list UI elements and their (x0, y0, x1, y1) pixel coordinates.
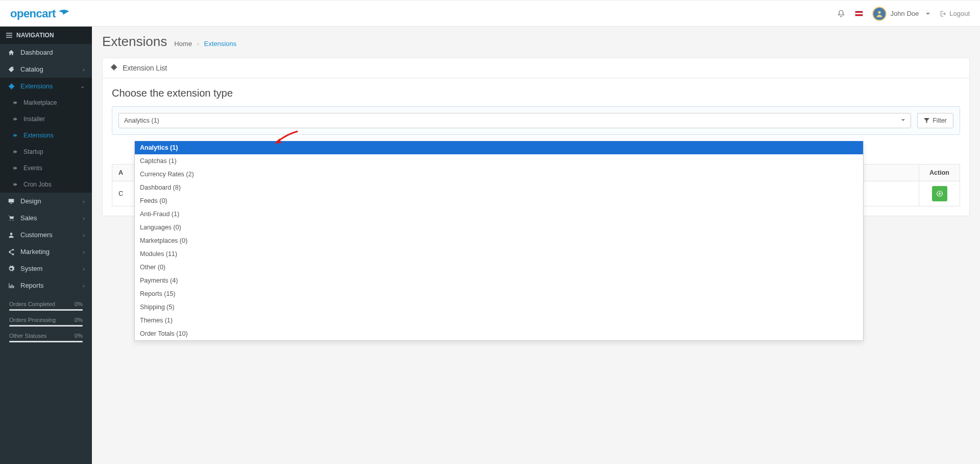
double-chevron-icon (12, 100, 18, 105)
filter-button[interactable]: Filter (917, 113, 953, 128)
sidebar-item-catalog[interactable]: Catalog› (0, 61, 92, 78)
sidebar-sub-installer[interactable]: Installer (0, 111, 92, 127)
sidebar-sub-cron-jobs[interactable]: Cron Jobs (0, 176, 92, 193)
crumb-home[interactable]: Home (174, 40, 192, 48)
chevron-right-icon: › (83, 198, 85, 204)
double-chevron-icon (12, 149, 18, 154)
stat-row: Orders Completed0% (9, 301, 83, 307)
chevron-right-icon: › (83, 232, 85, 238)
caret-down-icon (923, 10, 930, 17)
sidebar-item-extensions[interactable]: Extensions⌄ (0, 78, 92, 95)
chevron-right-icon: › (83, 215, 85, 221)
stat-bar (9, 309, 83, 311)
sidebar-item-sales[interactable]: Sales› (0, 210, 92, 226)
monitor-icon (7, 198, 15, 205)
sidebar-sub-events[interactable]: Events (0, 160, 92, 176)
option-anti-fraud-1-[interactable]: Anti-Fraud (1) (135, 207, 863, 221)
extension-type-select[interactable] (118, 113, 911, 128)
crumb-extensions[interactable]: Extensions (204, 40, 236, 48)
sidebar: NAVIGATION DashboardCatalog›Extensions⌄M… (0, 27, 92, 464)
chevron-right-icon: › (83, 66, 85, 73)
username: John Doe (891, 10, 919, 17)
stat-row: Orders Processing0% (9, 317, 83, 323)
sidebar-sub-marketplace[interactable]: Marketplace (0, 95, 92, 111)
main-content: Extensions Home › Extensions Extension L… (92, 27, 980, 464)
stat-bar (9, 341, 83, 342)
sidebar-item-design[interactable]: Design› (0, 193, 92, 210)
logout-link[interactable]: Logout (939, 10, 970, 17)
header-bar: opencart John Doe Logout (0, 1, 980, 27)
nav-title: NAVIGATION (0, 27, 92, 44)
logo-arrow-icon (58, 8, 71, 19)
double-chevron-icon (12, 182, 18, 187)
share-icon (7, 248, 15, 256)
option-marketplaces-0-[interactable]: Marketplaces (0) (135, 234, 863, 247)
option-order-totals-10-[interactable]: Order Totals (10) (135, 327, 863, 340)
cart-icon (7, 215, 15, 222)
breadcrumb: Home › Extensions (174, 40, 236, 48)
chevron-right-icon: › (83, 249, 85, 255)
sidebar-item-marketing[interactable]: Marketing› (0, 243, 92, 260)
puzzle-icon (7, 83, 15, 90)
sidebar-item-dashboard[interactable]: Dashboard (0, 44, 92, 61)
chevron-right-icon: › (83, 266, 85, 272)
chart-icon (7, 282, 15, 289)
option-other-0-[interactable]: Other (0) (135, 261, 863, 274)
option-analytics-1-[interactable]: Analytics (1) (135, 141, 863, 154)
logout-label: Logout (949, 10, 970, 17)
th-action: Action (919, 165, 960, 181)
bell-icon[interactable] (836, 9, 846, 18)
sidebar-sub-startup[interactable]: Startup (0, 144, 92, 160)
sidebar-item-customers[interactable]: Customers› (0, 226, 92, 243)
stat-row: Other Statuses0% (9, 333, 83, 339)
locale-flag-icon[interactable] (855, 11, 863, 16)
dash-icon (7, 49, 15, 56)
option-themes-1-[interactable]: Themes (1) (135, 314, 863, 327)
panel-heading: Extension List (103, 58, 969, 78)
panel-title-text: Extension List (123, 64, 167, 72)
page-title: Extensions (102, 34, 167, 50)
option-languages-0-[interactable]: Languages (0) (135, 221, 863, 234)
user-icon (7, 231, 15, 239)
option-payments-4-[interactable]: Payments (4) (135, 274, 863, 287)
svg-point-0 (878, 11, 880, 13)
sidebar-sub-extensions[interactable]: Extensions (0, 127, 92, 144)
chevron-right-icon: › (83, 283, 85, 289)
choose-type-title: Choose the extension type (112, 87, 960, 99)
user-menu[interactable]: John Doe (872, 7, 930, 21)
sidebar-item-reports[interactable]: Reports› (0, 277, 92, 294)
panel-extension-list: Extension List Choose the extension type… (102, 58, 970, 216)
option-currency-rates-2-[interactable]: Currency Rates (2) (135, 168, 863, 181)
option-captchas-1-[interactable]: Captchas (1) (135, 154, 863, 168)
logo[interactable]: opencart (10, 7, 71, 20)
logo-text: opencart (10, 7, 56, 20)
tag-icon (7, 66, 15, 73)
option-feeds-0-[interactable]: Feeds (0) (135, 194, 863, 207)
double-chevron-icon (12, 117, 18, 122)
sidebar-item-system[interactable]: System› (0, 260, 92, 277)
puzzle-icon (110, 63, 117, 73)
stat-bar (9, 325, 83, 327)
double-chevron-icon (12, 166, 18, 171)
extension-type-dropdown: Analytics (1)Captchas (1)Currency Rates … (134, 141, 864, 341)
option-modules-11-[interactable]: Modules (11) (135, 247, 863, 261)
gear-icon (7, 265, 15, 272)
option-shipping-5-[interactable]: Shipping (5) (135, 300, 863, 314)
avatar (872, 7, 887, 21)
filter-label: Filter (933, 117, 947, 124)
install-button[interactable] (932, 186, 947, 201)
option-dashboard-8-[interactable]: Dashboard (8) (135, 181, 863, 194)
chevron-down-icon: ⌄ (80, 83, 85, 89)
double-chevron-icon (12, 133, 18, 138)
option-reports-15-[interactable]: Reports (15) (135, 287, 863, 300)
